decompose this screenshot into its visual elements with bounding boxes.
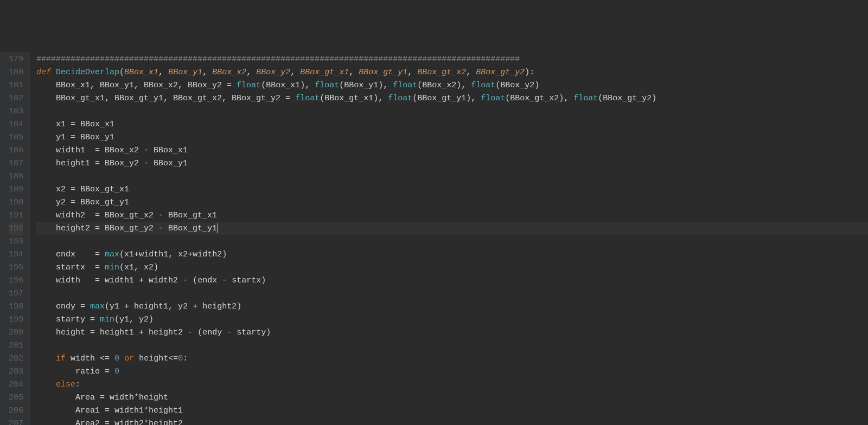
code-token: BBox_gt_y1 bbox=[359, 68, 407, 77]
code-token: (y1, y2) bbox=[114, 315, 154, 324]
code-line[interactable]: Area2 = width2*height2 bbox=[36, 417, 868, 425]
code-line[interactable]: height2 = BBox_gt_y2 - BBox_gt_y1 bbox=[36, 222, 868, 235]
code-line[interactable]: ratio = 0 bbox=[36, 365, 868, 378]
code-line[interactable]: x2 = BBox_gt_x1 bbox=[36, 183, 868, 196]
code-line[interactable]: Area1 = width1*height1 bbox=[36, 404, 868, 417]
code-line[interactable] bbox=[36, 170, 868, 183]
code-token: float bbox=[295, 94, 320, 103]
code-token: BBox_y1 bbox=[75, 133, 114, 142]
line-number: 191 bbox=[9, 209, 23, 222]
code-token bbox=[85, 302, 90, 311]
code-token: Area bbox=[36, 393, 100, 402]
line-number: 193 bbox=[9, 235, 23, 248]
code-token: ########################################… bbox=[36, 55, 520, 64]
line-number: 184 bbox=[9, 118, 23, 131]
line-number: 186 bbox=[9, 144, 23, 157]
code-token: BBox_y2 bbox=[100, 159, 144, 168]
code-token: , bbox=[290, 68, 300, 77]
code-token: width2 bbox=[110, 419, 144, 425]
code-line[interactable]: ########################################… bbox=[36, 53, 868, 66]
code-token: = bbox=[71, 120, 75, 129]
code-line[interactable]: def DecideOverlap(BBox_x1, BBox_y1, BBox… bbox=[36, 66, 868, 79]
code-line[interactable]: height = height1 + height2 - (endy - sta… bbox=[36, 326, 868, 339]
code-line[interactable]: Area = width*height bbox=[36, 391, 868, 404]
code-token: BBox_gt_x1, BBox_gt_y1, BBox_gt_x2, BBox… bbox=[36, 94, 285, 103]
code-token: float bbox=[315, 81, 339, 90]
code-token: float bbox=[481, 94, 505, 103]
code-line[interactable]: y1 = BBox_y1 bbox=[36, 131, 868, 144]
code-line[interactable] bbox=[36, 339, 868, 352]
code-line[interactable]: endy = max(y1 + height1, y2 + height2) bbox=[36, 300, 868, 313]
code-line[interactable]: width1 = BBox_x2 - BBox_x1 bbox=[36, 144, 868, 157]
code-line[interactable]: BBox_gt_x1, BBox_gt_y1, BBox_gt_x2, BBox… bbox=[36, 92, 868, 105]
code-line[interactable]: starty = min(y1, y2) bbox=[36, 313, 868, 326]
code-token: * bbox=[144, 406, 149, 415]
code-line[interactable]: else: bbox=[36, 378, 868, 391]
code-token bbox=[110, 354, 114, 363]
code-area[interactable]: ########################################… bbox=[30, 52, 868, 425]
code-token: (endx bbox=[188, 276, 222, 285]
code-token: min bbox=[100, 315, 114, 324]
code-token: endx bbox=[36, 250, 95, 259]
code-token: Area2 bbox=[36, 419, 105, 425]
code-line[interactable] bbox=[36, 235, 868, 248]
code-token: (x1, x2) bbox=[119, 263, 158, 272]
code-token: = bbox=[71, 133, 75, 142]
code-token bbox=[110, 367, 114, 376]
code-token: (y1 bbox=[105, 302, 124, 311]
code-line[interactable]: y2 = BBox_gt_y1 bbox=[36, 196, 868, 209]
line-number: 179 bbox=[9, 53, 23, 66]
code-line[interactable] bbox=[36, 105, 868, 118]
line-number: 182 bbox=[9, 92, 23, 105]
code-token: (BBox_gt_x2), bbox=[505, 94, 573, 103]
code-token: - bbox=[158, 211, 163, 220]
code-token: width2 bbox=[36, 211, 95, 220]
code-token: BBox_gt_y1 bbox=[75, 198, 129, 207]
code-token bbox=[119, 354, 124, 363]
code-token: <= bbox=[168, 354, 178, 363]
line-number: 181 bbox=[9, 79, 23, 92]
code-token: BBox_x1, BBox_y1, BBox_x2, BBox_y2 bbox=[36, 81, 227, 90]
code-token: BBox_x1 bbox=[124, 68, 158, 77]
code-line[interactable]: width = width1 + width2 - (endx - startx… bbox=[36, 274, 868, 287]
code-line[interactable]: endx = max(x1+width1, x2+width2) bbox=[36, 248, 868, 261]
code-token: = bbox=[95, 263, 100, 272]
line-number: 197 bbox=[9, 287, 23, 300]
code-token: , bbox=[158, 68, 168, 77]
code-token: <= bbox=[100, 354, 110, 363]
code-token: height1 bbox=[36, 159, 95, 168]
code-line[interactable]: startx = min(x1, x2) bbox=[36, 261, 868, 274]
code-token: , bbox=[246, 68, 256, 77]
code-token: starty bbox=[36, 315, 90, 324]
code-token: 0 bbox=[178, 354, 183, 363]
code-line[interactable]: width2 = BBox_gt_x2 - BBox_gt_x1 bbox=[36, 209, 868, 222]
code-line[interactable]: x1 = BBox_x1 bbox=[36, 118, 868, 131]
code-token: max bbox=[105, 250, 119, 259]
code-token: x1 bbox=[36, 120, 71, 129]
code-token bbox=[51, 68, 56, 77]
code-token: def bbox=[36, 68, 51, 77]
code-token: = bbox=[285, 94, 290, 103]
code-token: endy bbox=[36, 302, 80, 311]
code-token: 0 bbox=[114, 367, 119, 376]
code-token: or bbox=[124, 354, 134, 363]
line-number: 199 bbox=[9, 313, 23, 326]
code-token bbox=[36, 354, 56, 363]
code-token: BBox_x1 bbox=[149, 146, 188, 155]
code-token: BBox_gt_y1 bbox=[163, 224, 217, 233]
code-token: BBox_gt_y2 bbox=[100, 224, 158, 233]
code-line[interactable]: BBox_x1, BBox_y1, BBox_x2, BBox_y2 = flo… bbox=[36, 79, 868, 92]
code-token: = bbox=[105, 419, 110, 425]
code-line[interactable] bbox=[36, 287, 868, 300]
code-token: BBox_gt_x1 bbox=[75, 185, 129, 194]
line-number: 202 bbox=[9, 352, 23, 365]
line-number: 187 bbox=[9, 157, 23, 170]
code-token: , bbox=[466, 68, 476, 77]
code-line[interactable]: if width <= 0 or height<=0: bbox=[36, 352, 868, 365]
code-line[interactable]: height1 = BBox_y2 - BBox_y1 bbox=[36, 157, 868, 170]
code-editor[interactable]: 1791801811821831841851861871881891901911… bbox=[0, 52, 868, 425]
line-number: 201 bbox=[9, 339, 23, 352]
code-token: BBox_y1 bbox=[168, 68, 202, 77]
code-token: = bbox=[90, 328, 95, 337]
code-token: (BBox_x1), bbox=[261, 81, 315, 90]
